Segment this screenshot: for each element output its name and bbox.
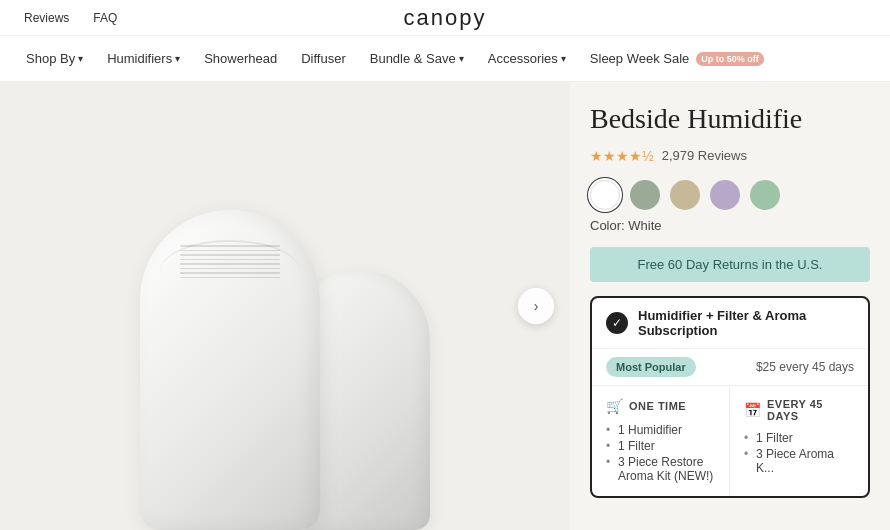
next-image-button[interactable]: › — [518, 288, 554, 324]
most-popular-badge: Most Popular — [606, 357, 696, 377]
subscription-header[interactable]: ✓ Humidifier + Filter & Aroma Subscripti… — [592, 298, 868, 349]
vent-line — [180, 250, 280, 252]
nav-item-sleep-week[interactable]: Sleep Week Sale Up to 50% off — [580, 45, 774, 72]
star-rating: ★★★★½ — [590, 148, 654, 164]
nav-label-shop-by: Shop By — [26, 51, 75, 66]
reviews-link[interactable]: Reviews — [24, 11, 69, 25]
humidifier-vents — [180, 245, 280, 278]
calendar-icon: 📅 — [744, 402, 761, 418]
cart-icon: 🛒 — [606, 398, 623, 414]
product-details: Bedside Humidifie ★★★★½ 2,979 Reviews Co… — [570, 82, 890, 530]
every45-items: 1 Filter 3 Piece Aroma K... — [744, 430, 854, 476]
vent-line — [180, 277, 280, 279]
chevron-down-icon: ▾ — [175, 53, 180, 64]
humidifier-large — [140, 210, 320, 530]
one-time-option[interactable]: 🛒 ONE TIME 1 Humidifier 1 Filter 3 Piece… — [592, 386, 730, 496]
color-swatch-sand[interactable] — [670, 180, 700, 210]
nav-label-accessories: Accessories — [488, 51, 558, 66]
nav-label-showerhead: Showerhead — [204, 51, 277, 66]
options-grid: 🛒 ONE TIME 1 Humidifier 1 Filter 3 Piece… — [592, 386, 868, 496]
nav-item-accessories[interactable]: Accessories ▾ — [478, 45, 576, 72]
list-item: 1 Filter — [606, 438, 715, 454]
sale-badge: Up to 50% off — [696, 52, 764, 66]
rating-row: ★★★★½ 2,979 Reviews — [590, 148, 870, 164]
nav-label-sleep-week: Sleep Week Sale — [590, 51, 690, 66]
review-count[interactable]: 2,979 Reviews — [662, 148, 747, 163]
vent-line — [180, 272, 280, 274]
nav-item-humidifiers[interactable]: Humidifiers ▾ — [97, 45, 190, 72]
nav-label-diffuser: Diffuser — [301, 51, 346, 66]
color-swatch-lavender[interactable] — [710, 180, 740, 210]
nav-item-bundle[interactable]: Bundle & Save ▾ — [360, 45, 474, 72]
main-content: › Bedside Humidifie ★★★★½ 2,979 Reviews … — [0, 82, 890, 530]
color-swatch-mint[interactable] — [750, 180, 780, 210]
top-bar: Reviews FAQ canopy — [0, 0, 890, 36]
nav-item-showerhead[interactable]: Showerhead — [194, 45, 287, 72]
chevron-down-icon: ▾ — [459, 53, 464, 64]
chevron-down-icon: ▾ — [561, 53, 566, 64]
nav-label-bundle: Bundle & Save — [370, 51, 456, 66]
every45-label: EVERY 45 DAYS — [767, 398, 854, 422]
every45-option[interactable]: 📅 EVERY 45 DAYS 1 Filter 3 Piece Aroma K… — [730, 386, 868, 496]
color-swatch-sage[interactable] — [630, 180, 660, 210]
vent-line — [180, 254, 280, 256]
one-time-label: ONE TIME — [629, 400, 686, 412]
free-returns-banner: Free 60 Day Returns in the U.S. — [590, 247, 870, 282]
chevron-down-icon: ▾ — [78, 53, 83, 64]
vent-line — [180, 263, 280, 265]
list-item: 3 Piece Aroma K... — [744, 446, 854, 476]
one-time-items: 1 Humidifier 1 Filter 3 Piece Restore Ar… — [606, 422, 715, 484]
top-bar-links: Reviews FAQ — [24, 11, 117, 25]
nav-item-shop-by[interactable]: Shop By ▾ — [16, 45, 93, 72]
list-item: 1 Filter — [744, 430, 854, 446]
faq-link[interactable]: FAQ — [93, 11, 117, 25]
check-icon: ✓ — [606, 312, 628, 334]
color-label: Color: White — [590, 218, 870, 233]
list-item: 3 Piece Restore Aroma Kit (NEW!) — [606, 454, 715, 484]
subscription-title: Humidifier + Filter & Aroma Subscription — [638, 308, 854, 338]
nav-item-diffuser[interactable]: Diffuser — [291, 45, 356, 72]
vent-line — [180, 268, 280, 270]
product-title: Bedside Humidifie — [590, 102, 870, 136]
list-item: 1 Humidifier — [606, 422, 715, 438]
product-image-area: › — [0, 82, 570, 530]
every45-type-row: 📅 EVERY 45 DAYS — [744, 398, 854, 422]
most-popular-row: Most Popular $25 every 45 days — [592, 349, 868, 386]
subscription-price: $25 every 45 days — [756, 360, 854, 374]
vent-line — [180, 259, 280, 261]
subscription-box: ✓ Humidifier + Filter & Aroma Subscripti… — [590, 296, 870, 498]
vent-line — [180, 245, 280, 247]
one-time-type-row: 🛒 ONE TIME — [606, 398, 715, 414]
humidifier-image — [140, 82, 430, 530]
site-logo: canopy — [404, 5, 487, 31]
nav-bar: Shop By ▾ Humidifiers ▾ Showerhead Diffu… — [0, 36, 890, 82]
color-swatch-white[interactable] — [590, 180, 620, 210]
nav-label-humidifiers: Humidifiers — [107, 51, 172, 66]
color-swatches — [590, 180, 870, 210]
